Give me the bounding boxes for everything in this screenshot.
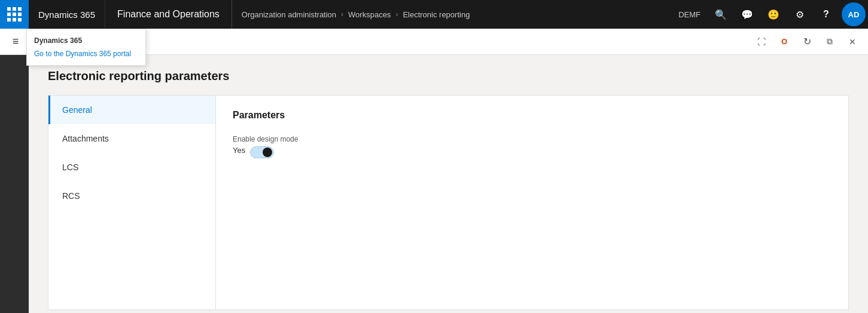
nav-item-general[interactable]: General: [48, 96, 215, 124]
env-text: DEMF: [678, 10, 701, 19]
card-navigation: General Attachments LCS RCS: [48, 96, 216, 309]
main-layout: Electronic reporting parameters General …: [0, 55, 868, 313]
user-avatar[interactable]: AD: [842, 2, 866, 26]
smiley-button[interactable]: 🙂: [760, 0, 787, 29]
toggle-value-label: Yes: [233, 146, 245, 155]
breadcrumb-workspaces[interactable]: Workspaces: [348, 10, 391, 19]
breadcrumb-sep-2: ›: [395, 10, 398, 19]
message-button[interactable]: 💬: [734, 0, 760, 29]
refresh-icon[interactable]: ↻: [796, 31, 818, 53]
nav-item-attachments[interactable]: Attachments: [48, 124, 215, 153]
content-area: Electronic reporting parameters General …: [29, 55, 868, 313]
enable-design-mode-toggle[interactable]: [250, 146, 274, 158]
brand-text: Dynamics 365: [38, 10, 95, 20]
avatar-initials: AD: [848, 10, 860, 19]
content-card: General Attachments LCS RCS Parameters E…: [48, 95, 849, 310]
settings-button[interactable]: ⚙: [787, 0, 813, 29]
page-title: Electronic reporting parameters: [48, 69, 849, 83]
brand-label[interactable]: Dynamics 365: [29, 0, 105, 29]
sidebar-left: [0, 55, 29, 313]
hamburger-button[interactable]: ≡: [5, 31, 26, 53]
popout-icon[interactable]: ⧉: [819, 31, 840, 53]
top-navigation: Dynamics 365 Finance and Operations Orga…: [0, 0, 868, 29]
toggle-container: Yes: [233, 146, 832, 158]
pin-icon[interactable]: ⛶: [751, 31, 772, 53]
module-label[interactable]: Finance and Operations: [105, 0, 232, 29]
parameters-title: Parameters: [233, 110, 832, 121]
environment-label: DEMF: [671, 0, 708, 29]
card-content: Parameters Enable design mode Yes: [216, 96, 848, 309]
breadcrumb-electronic[interactable]: Electronic reporting: [403, 10, 470, 19]
apps-button[interactable]: [0, 0, 29, 29]
nav-item-rcs[interactable]: RCS: [48, 182, 215, 210]
enable-design-mode-field: Enable design mode Yes: [233, 135, 832, 158]
nav-right-actions: 🔍 💬 🙂 ⚙ ? AD: [708, 0, 868, 29]
second-bar: ≡ Dynamics 365 Go to the Dynamics 365 po…: [0, 29, 868, 55]
breadcrumb: Organization administration › Workspaces…: [232, 0, 671, 29]
breadcrumb-sep-1: ›: [341, 10, 343, 19]
nav-item-lcs[interactable]: LCS: [48, 153, 215, 182]
office-icon[interactable]: O: [773, 31, 795, 53]
second-bar-right-icons: ⛶ O ↻ ⧉ ✕: [751, 31, 863, 53]
apps-grid-icon: [7, 7, 22, 22]
enable-design-mode-label: Enable design mode: [233, 135, 832, 143]
go-to-portal-link[interactable]: Go to the Dynamics 365 portal: [27, 47, 145, 63]
help-button[interactable]: ?: [813, 0, 839, 29]
dropdown-brand-text: Dynamics 365: [27, 32, 145, 47]
module-text: Finance and Operations: [117, 9, 220, 20]
close-icon[interactable]: ✕: [842, 31, 863, 53]
search-button[interactable]: 🔍: [708, 0, 734, 29]
dynamics-dropdown: Dynamics 365 Go to the Dynamics 365 port…: [26, 29, 146, 66]
toggle-knob: [263, 148, 272, 157]
breadcrumb-org[interactable]: Organization administration: [242, 10, 336, 19]
